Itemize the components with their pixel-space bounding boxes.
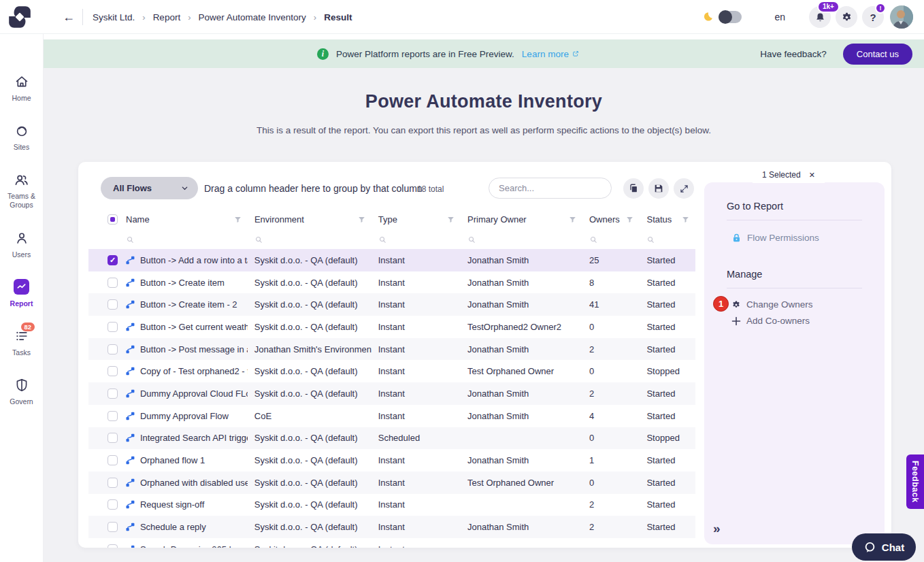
breadcrumb-item[interactable]: Syskit Ltd. <box>93 12 135 22</box>
table-row[interactable]: Request sign-offSyskit d.o.o. - QA (defa… <box>88 494 695 516</box>
row-checkbox[interactable] <box>108 499 118 510</box>
row-checkbox[interactable] <box>108 322 118 332</box>
table-row[interactable]: ✓Button -> Add a row into a talSyskit d.… <box>88 249 695 271</box>
column-header-status[interactable]: Status <box>640 208 695 230</box>
close-icon[interactable]: ✕ <box>809 171 815 180</box>
table-row[interactable]: Schedule a replySyskit d.o.o. - QA (defa… <box>88 516 695 538</box>
column-search-icon[interactable] <box>646 235 655 244</box>
user-avatar[interactable] <box>890 5 913 29</box>
table-row[interactable]: Orphaned flow 1Syskit d.o.o. - QA (defau… <box>88 449 695 472</box>
scope-dropdown[interactable]: All Flows <box>101 177 198 199</box>
dark-mode-toggle[interactable] <box>719 11 742 23</box>
row-checkbox[interactable] <box>108 366 118 376</box>
copy-button[interactable] <box>623 178 644 199</box>
chat-button[interactable]: Chat <box>852 533 916 561</box>
learn-more-link[interactable]: Learn more <box>522 49 580 59</box>
add-co-owners-action[interactable]: Add Co-owners <box>731 316 810 326</box>
table-row[interactable]: Dummy Approval Cloud FLowSyskit d.o.o. -… <box>88 382 695 405</box>
sidebar-item-report[interactable]: Report <box>1 279 43 308</box>
sidebar-item-govern[interactable]: Govern <box>1 377 43 406</box>
table-row[interactable]: Copy of - Test orphaned2 - forSyskit d.o… <box>88 360 695 382</box>
cell-environment: Syskit d.o.o. - QA (default) <box>248 472 372 494</box>
syskit-logo[interactable] <box>7 4 33 30</box>
row-checkbox[interactable] <box>108 389 118 399</box>
row-checkbox[interactable] <box>108 299 118 310</box>
sidebar-item-users[interactable]: Users <box>1 230 43 259</box>
filter-funnel-icon[interactable] <box>681 215 690 224</box>
contact-us-button[interactable]: Contact us <box>843 44 912 65</box>
table-row[interactable]: Integrated Search API trigger tSyskit d.… <box>88 427 695 450</box>
column-filter-status[interactable] <box>640 230 695 249</box>
chevron-down-icon <box>181 184 188 192</box>
help-button[interactable]: ? ! <box>862 6 884 28</box>
column-search-icon[interactable] <box>467 235 476 244</box>
save-button[interactable] <box>648 178 669 199</box>
row-checkbox[interactable] <box>108 522 118 532</box>
filter-funnel-icon[interactable] <box>357 215 366 224</box>
filter-funnel-icon[interactable] <box>446 215 455 224</box>
table-row[interactable]: Search Dynamics 365 kSyskit d.o.o. - QA … <box>88 538 695 548</box>
sidebar-item-tasks[interactable]: 82Tasks <box>1 328 43 357</box>
table-row[interactable]: Dummy Approval FlowCoEInstantJonathan Sm… <box>88 405 695 427</box>
column-filter-type[interactable] <box>372 230 461 249</box>
cell-status: Started <box>640 382 695 405</box>
cell-type: Scheduled <box>372 427 461 450</box>
row-checkbox[interactable] <box>108 344 118 354</box>
table-row[interactable]: Button -> Get current weatherSyskit d.o.… <box>88 316 695 338</box>
row-checkbox[interactable] <box>108 455 118 465</box>
notifications-button[interactable]: 1k+ <box>809 6 831 28</box>
language-selector[interactable]: en <box>774 12 785 22</box>
breadcrumb-item[interactable]: Report <box>153 12 181 22</box>
table-row[interactable]: Button -> Create itemSyskit d.o.o. - QA … <box>88 271 695 294</box>
table-row[interactable]: Button -> Create item - 2Syskit d.o.o. -… <box>88 293 695 316</box>
breadcrumb-item[interactable]: Result <box>324 12 352 22</box>
flow-permissions-link[interactable]: Flow Permissions <box>731 233 819 243</box>
cell-primary-owner <box>461 494 582 516</box>
filter-funnel-icon[interactable] <box>625 215 634 224</box>
table-filter-row <box>88 230 695 249</box>
column-filter-primary-owner[interactable] <box>461 230 582 249</box>
row-checkbox[interactable] <box>108 478 118 488</box>
cell-primary-owner: Jonathan Smith <box>461 405 582 427</box>
expand-button[interactable] <box>674 178 694 199</box>
table-row[interactable]: Button -> Post message in a cJonathan Sm… <box>88 338 695 361</box>
collapse-panel-button[interactable]: » <box>713 521 721 536</box>
flow-icon <box>126 300 135 309</box>
column-search-icon[interactable] <box>254 235 263 244</box>
cell-name: Request sign-off <box>119 494 248 516</box>
cell-name: Dummy Approval Cloud FLow <box>119 382 248 405</box>
change-owners-action[interactable]: Change Owners <box>731 299 813 310</box>
cell-primary-owner <box>461 427 582 450</box>
row-checkbox[interactable] <box>108 411 118 421</box>
column-header-name[interactable]: Name <box>119 208 248 230</box>
row-checkbox[interactable] <box>108 433 118 443</box>
column-header-type[interactable]: Type <box>372 208 461 230</box>
column-filter-owners[interactable] <box>582 230 640 249</box>
row-checkbox[interactable] <box>108 544 118 548</box>
flows-table: NameEnvironmentTypePrimary OwnerOwnersSt… <box>88 208 695 548</box>
column-search-icon[interactable] <box>378 235 387 244</box>
column-search-icon[interactable] <box>126 235 135 244</box>
row-checkbox[interactable]: ✓ <box>108 255 118 265</box>
select-all-checkbox[interactable] <box>108 214 118 225</box>
cell-type: Instant <box>372 293 461 316</box>
breadcrumb-item[interactable]: Power Automate Inventory <box>199 12 306 22</box>
column-filter-environment[interactable] <box>248 230 372 249</box>
feedback-tab[interactable]: Feedback <box>906 454 924 509</box>
cell-status: Started <box>640 249 695 271</box>
column-header-environment[interactable]: Environment <box>248 208 372 230</box>
sidebar-item-teams-groups[interactable]: Teams & Groups <box>1 171 43 210</box>
sidebar-item-sites[interactable]: Sites <box>1 122 43 152</box>
filter-funnel-icon[interactable] <box>568 215 577 224</box>
table-row[interactable]: Orphaned with disabled user -Syskit d.o.… <box>88 472 695 494</box>
column-search-icon[interactable] <box>589 235 598 244</box>
row-checkbox[interactable] <box>108 278 118 288</box>
search-input[interactable] <box>499 183 618 193</box>
settings-button[interactable] <box>836 6 857 28</box>
column-header-primary-owner[interactable]: Primary Owner <box>461 208 582 230</box>
column-header-owners[interactable]: Owners <box>582 208 640 230</box>
filter-funnel-icon[interactable] <box>233 215 242 224</box>
back-button[interactable]: ← <box>60 8 78 26</box>
column-filter-name[interactable] <box>119 230 248 249</box>
sidebar-item-home[interactable]: Home <box>1 73 43 103</box>
